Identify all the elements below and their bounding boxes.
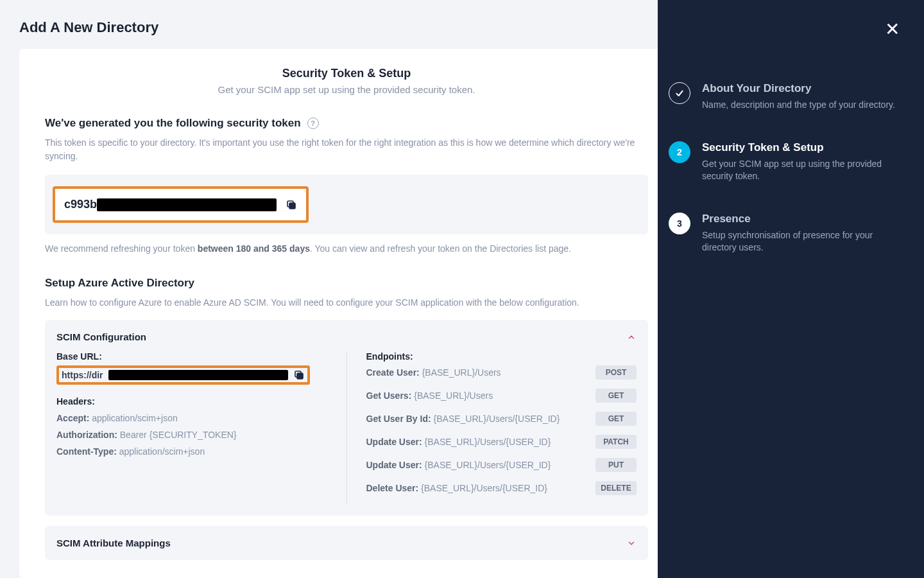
header-authorization: Authorization: Bearer {SECURITY_TOKEN}: [56, 430, 327, 440]
baseurl-redacted: [108, 370, 288, 380]
http-method-badge: POST: [595, 365, 637, 380]
scim-config-header[interactable]: SCIM Configuration: [56, 331, 637, 342]
endpoint-row: Update User: {BASE_URL}/Users/{USER_ID}P…: [366, 435, 637, 449]
svg-rect-2: [297, 373, 303, 379]
sidebar: ✕ About Your DirectoryName, description …: [658, 0, 924, 578]
http-method-badge: GET: [595, 389, 637, 403]
header-content-type: Content-Type: application/scim+json: [56, 446, 327, 457]
chevron-down-icon: [626, 538, 637, 548]
token-highlight: c993b: [53, 186, 309, 223]
header-accept: Accept: application/scim+json: [56, 413, 327, 423]
azure-header: Setup Azure Active Directory: [45, 277, 194, 290]
endpoint-row: Update User: {BASE_URL}/Users/{USER_ID}P…: [366, 458, 637, 472]
scim-mappings-title: SCIM Attribute Mappings: [56, 538, 171, 548]
scim-config-panel: SCIM Configuration Base URL: https://dir: [45, 320, 648, 516]
step-title: Security Token & Setup: [702, 141, 906, 154]
section-title: Security Token & Setup: [45, 67, 648, 80]
page-title: Add A New Directory: [19, 19, 658, 36]
token-recommendation: We recommend refreshing your token betwe…: [45, 243, 648, 254]
headers-label: Headers:: [56, 396, 327, 407]
help-icon[interactable]: ?: [307, 118, 319, 129]
column-divider: [346, 351, 347, 504]
step-description: Get your SCIM app set up using the provi…: [702, 158, 906, 183]
http-method-badge: PATCH: [595, 435, 637, 449]
svg-rect-0: [289, 203, 295, 209]
endpoint-text: Delete User: {BASE_URL}/Users/{USER_ID}: [366, 483, 547, 493]
baseurl-value: https://dir: [56, 365, 310, 385]
wizard-step[interactable]: 3PresenceSetup synchronisation of presen…: [692, 213, 906, 254]
azure-description: Learn how to configure Azure to enable A…: [45, 296, 648, 310]
wizard-step[interactable]: About Your DirectoryName, description an…: [692, 82, 906, 112]
step-description: Name, description and the type of your d…: [702, 99, 895, 112]
step-badge: 3: [669, 213, 690, 234]
copy-icon[interactable]: [286, 199, 297, 211]
step-description: Setup synchronisation of presence for yo…: [702, 229, 906, 254]
step-title: Presence: [702, 213, 906, 225]
http-method-badge: GET: [595, 412, 637, 426]
chevron-up-icon: [626, 332, 637, 342]
token-header-text: We've generated you the following securi…: [45, 117, 301, 130]
wizard-step[interactable]: 2Security Token & SetupGet your SCIM app…: [692, 141, 906, 183]
http-method-badge: DELETE: [595, 481, 637, 495]
copy-icon[interactable]: [293, 369, 305, 381]
token-prefix: c993b: [64, 198, 97, 211]
endpoint-text: Get User By Id: {BASE_URL}/Users/{USER_I…: [366, 414, 560, 424]
token-box: c993b: [45, 175, 648, 234]
baseurl-label: Base URL:: [56, 351, 327, 362]
endpoint-row: Delete User: {BASE_URL}/Users/{USER_ID}D…: [366, 481, 637, 495]
endpoint-text: Create User: {BASE_URL}/Users: [366, 367, 501, 378]
close-icon[interactable]: ✕: [885, 21, 900, 39]
endpoint-row: Get User By Id: {BASE_URL}/Users/{USER_I…: [366, 412, 637, 426]
baseurl-prefix: https://dir: [62, 370, 103, 380]
token-description: This token is specific to your directory…: [45, 136, 648, 163]
token-value: c993b: [64, 198, 277, 211]
endpoint-text: Update User: {BASE_URL}/Users/{USER_ID}: [366, 460, 551, 470]
endpoint-text: Update User: {BASE_URL}/Users/{USER_ID}: [366, 437, 551, 447]
token-header: We've generated you the following securi…: [45, 117, 319, 130]
step-badge: [669, 82, 690, 104]
scim-mappings-panel[interactable]: SCIM Attribute Mappings: [45, 526, 648, 560]
endpoint-row: Create User: {BASE_URL}/UsersPOST: [366, 365, 637, 380]
section-subtitle: Get your SCIM app set up using the provi…: [45, 84, 648, 95]
http-method-badge: PUT: [595, 458, 637, 472]
step-title: About Your Directory: [702, 82, 895, 95]
step-badge: 2: [669, 141, 690, 163]
token-redacted: [97, 198, 277, 211]
main-card: Security Token & Setup Get your SCIM app…: [19, 49, 658, 578]
endpoints-label: Endpoints:: [366, 351, 637, 362]
endpoint-row: Get Users: {BASE_URL}/UsersGET: [366, 389, 637, 403]
scim-config-title: SCIM Configuration: [56, 331, 146, 342]
endpoint-text: Get Users: {BASE_URL}/Users: [366, 390, 493, 401]
